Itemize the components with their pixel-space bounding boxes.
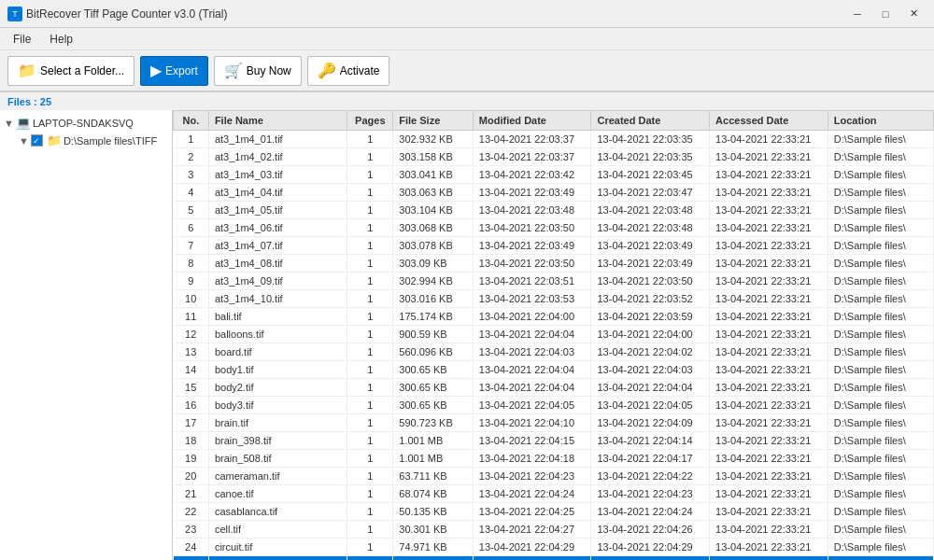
activate-button[interactable]: 🔑 Activate (307, 56, 390, 86)
table-cell: D:\Sample files\ (828, 184, 933, 202)
table-row[interactable]: 1at3_1m4_01.tif1302.932 KB13-04-2021 22:… (174, 131, 934, 148)
folder-icon: 📁 (18, 62, 36, 79)
table-cell: 13-04-2021 22:03:35 (591, 131, 710, 148)
app-icon: T (7, 7, 22, 21)
table-row[interactable]: 8at3_1m4_08.tif1303.09 KB13-04-2021 22:0… (174, 255, 934, 273)
table-cell: Multi_page24bpp.tif (208, 556, 347, 561)
table-row[interactable]: 6at3_1m4_06.tif1303.068 KB13-04-2021 22:… (174, 219, 934, 237)
table-cell: cell.tif (208, 521, 347, 539)
table-cell: 17 (174, 414, 209, 432)
table-cell: 303.041 KB (393, 166, 474, 184)
table-cell: 13-04-2021 22:04:04 (473, 326, 591, 343)
table-row[interactable]: 5at3_1m4_05.tif1303.104 KB13-04-2021 22:… (174, 202, 934, 219)
menu-help[interactable]: Help (44, 31, 78, 48)
table-row[interactable]: 15body2.tif1300.65 KB13-04-2021 22:04:04… (174, 379, 934, 397)
tree-folder[interactable]: ▼ ✓ 📁 D:\Sample files\TIFF (4, 132, 168, 149)
table-row[interactable]: 17brain.tif1590.723 KB13-04-2021 22:04:1… (174, 414, 934, 432)
table-row[interactable]: 9at3_1m4_09.tif1302.994 KB13-04-2021 22:… (174, 273, 934, 290)
table-cell: 5 (174, 202, 209, 219)
table-body: 1at3_1m4_01.tif1302.932 KB13-04-2021 22:… (174, 131, 934, 561)
table-row[interactable]: 22casablanca.tif150.135 KB13-04-2021 22:… (174, 503, 934, 521)
table-cell: 13-04-2021 22:04:23 (591, 485, 710, 503)
table-cell: 303.104 KB (393, 202, 474, 219)
table-row[interactable]: 20cameraman.tif163.711 KB13-04-2021 22:0… (174, 468, 934, 485)
table-row[interactable]: 23cell.tif130.301 KB13-04-2021 22:04:271… (174, 521, 934, 539)
minimize-button[interactable]: ─ (844, 5, 870, 23)
table-cell: bali.tif (208, 308, 347, 326)
table-cell: brain.tif (208, 414, 347, 432)
menu-file[interactable]: File (7, 31, 36, 48)
computer-icon: ▼ (4, 118, 14, 129)
table-cell: 13-04-2021 22:33:21 (710, 379, 828, 397)
table-cell: 13-04-2021 22:03:49 (473, 237, 591, 255)
table-cell: 9 (174, 273, 209, 290)
table-row[interactable]: 4at3_1m4_04.tif1303.063 KB13-04-2021 22:… (174, 184, 934, 202)
table-cell: brain_398.tif (208, 432, 347, 450)
file-area: No. File Name Pages File Size Modified D… (173, 110, 934, 560)
table-cell: cameraman.tif (208, 468, 347, 485)
table-cell: 1 (347, 468, 393, 485)
table-cell: 13-04-2021 22:33:21 (710, 361, 828, 379)
table-cell: 14 (174, 361, 209, 379)
table-cell: D:\Sample files\ (828, 290, 933, 308)
table-row[interactable]: 24circuit.tif174.971 KB13-04-2021 22:04:… (174, 539, 934, 556)
table-cell: 4 (174, 184, 209, 202)
table-cell: at3_1m4_06.tif (208, 219, 347, 237)
table-cell: D:\Sample files\ (828, 255, 933, 273)
select-folder-button[interactable]: 📁 Select a Folder... (7, 56, 134, 86)
expand-icon: ▼ (19, 135, 29, 147)
export-button[interactable]: ▶ Export (140, 56, 208, 86)
table-row[interactable]: 3at3_1m4_03.tif1303.041 KB13-04-2021 22:… (174, 166, 934, 184)
table-cell: D:\Sample files\ (828, 503, 933, 521)
table-row[interactable]: 7at3_1m4_07.tif1303.078 KB13-04-2021 22:… (174, 237, 934, 255)
table-row[interactable]: 18brain_398.tif11.001 MB13-04-2021 22:04… (174, 432, 934, 450)
table-cell: 302.932 KB (393, 131, 474, 148)
table-cell: 1.001 MB (393, 450, 474, 468)
table-row[interactable]: 16body3.tif1300.65 KB13-04-2021 22:04:05… (174, 397, 934, 414)
table-cell: 1 (347, 361, 393, 379)
main-content: ▼ 💻 LAPTOP-SNDAKSVQ ▼ ✓ 📁 D:\Sample file… (0, 110, 934, 560)
files-table: No. File Name Pages File Size Modified D… (173, 110, 934, 560)
table-cell: 13-04-2021 22:04:14 (591, 432, 710, 450)
table-cell: 1 (347, 503, 393, 521)
table-cell: 13-04-2021 22:04:09 (591, 414, 710, 432)
table-row[interactable]: 2at3_1m4_02.tif1303.158 KB13-04-2021 22:… (174, 148, 934, 166)
table-cell: D:\Sample files\ (828, 237, 933, 255)
table-cell: 72.172 KB (393, 556, 474, 561)
table-cell: 13-04-2021 22:04:00 (473, 308, 591, 326)
table-row[interactable]: 13board.tif1560.096 KB13-04-2021 22:04:0… (174, 343, 934, 361)
table-container[interactable]: No. File Name Pages File Size Modified D… (173, 110, 934, 560)
table-cell: 13-04-2021 22:03:50 (473, 255, 591, 273)
table-row[interactable]: 21canoe.tif168.074 KB13-04-2021 22:04:24… (174, 485, 934, 503)
table-cell: D:\Sample files\ (828, 202, 933, 219)
table-cell: 8 (174, 255, 209, 273)
folder-checkbox[interactable]: ✓ (31, 134, 43, 147)
table-cell: at3_1m4_08.tif (208, 255, 347, 273)
table-row[interactable]: 25Multi_page24bpp.tif672.172 KB13-04-202… (174, 556, 934, 561)
close-button[interactable]: ✕ (900, 5, 927, 23)
table-cell: 13-04-2021 22:33:21 (710, 414, 828, 432)
table-cell: 13-04-2021 22:03:48 (473, 202, 591, 219)
table-cell: 303.09 KB (393, 255, 474, 273)
table-cell: 1 (347, 290, 393, 308)
table-cell: 13-04-2021 22:03:49 (591, 255, 710, 273)
table-row[interactable]: 12balloons.tif1900.59 KB13-04-2021 22:04… (174, 326, 934, 343)
buy-now-button[interactable]: 🛒 Buy Now (214, 56, 302, 86)
table-cell: circuit.tif (208, 539, 347, 556)
table-cell: 13-04-2021 22:33:21 (710, 255, 828, 273)
table-cell: 1 (347, 237, 393, 255)
table-cell: body2.tif (208, 379, 347, 397)
maximize-button[interactable]: □ (872, 5, 899, 23)
table-cell: 303.063 KB (393, 184, 474, 202)
table-cell: 13-04-2021 22:04:04 (591, 379, 710, 397)
tree-computer[interactable]: ▼ 💻 LAPTOP-SNDAKSVQ (4, 114, 168, 132)
table-cell: 1 (347, 184, 393, 202)
table-cell: 13-04-2021 22:04:00 (591, 326, 710, 343)
table-cell: 1 (347, 219, 393, 237)
table-row[interactable]: 19brain_508.tif11.001 MB13-04-2021 22:04… (174, 450, 934, 468)
table-row[interactable]: 10at3_1m4_10.tif1303.016 KB13-04-2021 22… (174, 290, 934, 308)
table-cell: 30.301 KB (393, 521, 474, 539)
table-row[interactable]: 11bali.tif1175.174 KB13-04-2021 22:04:00… (174, 308, 934, 326)
table-row[interactable]: 14body1.tif1300.65 KB13-04-2021 22:04:04… (174, 361, 934, 379)
table-cell: D:\Sample files\ (828, 308, 933, 326)
